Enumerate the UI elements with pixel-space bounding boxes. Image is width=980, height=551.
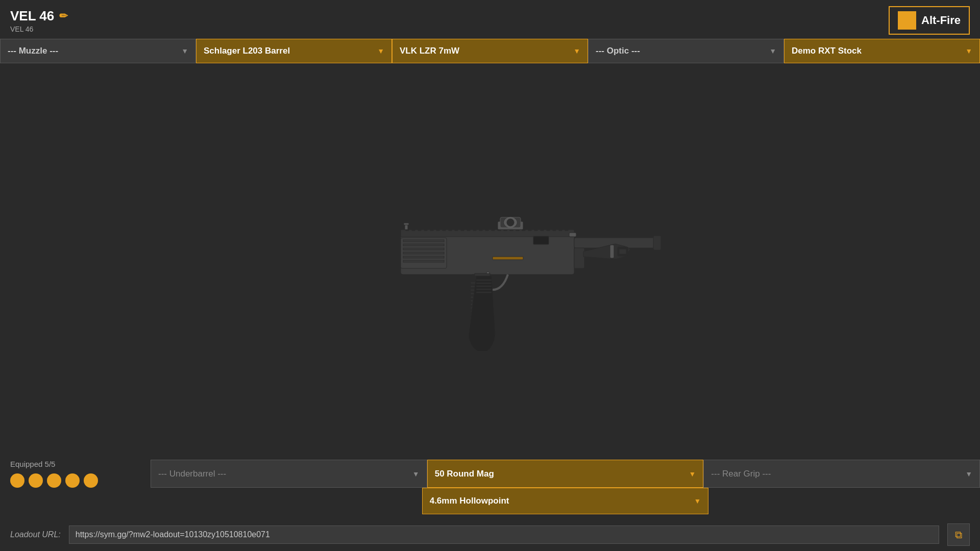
svg-rect-14 [479,228,482,231]
equipped-dots [10,473,98,488]
equipped-dot-2 [29,473,43,488]
equipped-dot-4 [65,473,80,488]
svg-rect-37 [403,260,444,262]
slot-barrel-arrow: ▼ [377,47,384,55]
slot-laser-arrow: ▼ [573,47,580,55]
weapon-subtitle: VEL 46 [10,25,68,33]
svg-rect-23 [534,228,537,231]
slot-laser[interactable]: VLK LZR 7mW ▼ [392,39,588,63]
loadout-url-input[interactable] [69,525,939,544]
slot-muzzle-arrow: ▼ [181,47,188,55]
weapon-title-block: VEL 46 ✏ VEL 46 [10,8,68,33]
gun-display-area [0,63,980,460]
gun-image [299,172,681,351]
equipped-dot-5 [84,473,98,488]
slot-optic-arrow: ▼ [769,47,776,55]
svg-rect-55 [475,273,490,276]
slot-barrel-label: Schlager L203 Barrel [204,46,290,56]
slot-rear-grip-arrow: ▼ [965,470,972,478]
svg-rect-30 [653,236,661,250]
copy-icon: ⧉ [955,529,962,541]
svg-rect-64 [619,249,626,254]
svg-rect-62 [610,245,614,258]
svg-rect-13 [473,228,476,231]
slot-ammo-type-label: 4.6mm Hollowpoint [430,496,509,506]
svg-rect-8 [443,228,446,231]
slot-barrel[interactable]: Schlager L203 Barrel ▼ [196,39,392,63]
weapon-name-text: VEL 46 [10,8,54,24]
alt-fire-button[interactable]: Alt-Fire [889,6,970,35]
svg-rect-26 [553,228,556,231]
svg-rect-34 [403,248,444,250]
svg-rect-12 [467,228,470,231]
svg-rect-11 [461,228,464,231]
equipped-dot-3 [47,473,61,488]
slot-magazine[interactable]: 50 Round Mag ▼ [427,460,704,488]
slot-ammo-type-arrow: ▼ [694,497,701,505]
svg-rect-15 [485,228,488,231]
svg-rect-7 [436,228,439,231]
weapon-name-row: VEL 46 ✏ [10,8,68,24]
svg-point-43 [507,219,514,226]
equipped-section: Equipped 5/5 [0,460,151,488]
svg-rect-35 [403,252,444,254]
slot-underbarrel-arrow: ▼ [412,470,420,478]
slot-rear-grip-label: --- Rear Grip --- [711,469,771,479]
slot-stock-label: Demo RXT Stock [792,46,862,56]
svg-rect-36 [403,256,444,258]
slot-underbarrel[interactable]: --- Underbarrel --- ▼ [151,460,427,488]
slot-underbarrel-label: --- Underbarrel --- [158,469,226,479]
svg-rect-60 [476,292,492,293]
slot-muzzle-label: --- Muzzle --- [8,46,58,56]
slot-rear-grip[interactable]: --- Rear Grip --- ▼ [703,460,980,488]
slot-magazine-arrow: ▼ [689,470,696,478]
svg-rect-24 [541,228,544,231]
slot-ammo-type[interactable]: 4.6mm Hollowpoint ▼ [422,488,709,514]
svg-rect-25 [547,228,550,231]
svg-rect-32 [403,240,444,242]
svg-rect-10 [455,228,458,231]
svg-rect-56 [476,280,492,281]
svg-rect-65 [569,233,576,237]
slot-optic[interactable]: --- Optic --- ▼ [588,39,784,63]
svg-rect-27 [559,228,562,231]
header: VEL 46 ✏ VEL 46 Alt-Fire [0,0,980,39]
svg-rect-61 [574,248,584,268]
svg-rect-58 [476,286,492,287]
svg-rect-66 [533,236,549,244]
svg-rect-16 [492,228,495,231]
slot-stock[interactable]: Demo RXT Stock ▼ [784,39,980,63]
loadout-url-label: Loadout URL: [10,530,61,539]
svg-rect-5 [424,228,427,231]
alt-fire-label: Alt-Fire [921,14,961,27]
svg-rect-6 [430,228,433,231]
attachments-top-row: --- Muzzle --- ▼ Schlager L203 Barrel ▼ … [0,39,980,63]
svg-rect-9 [449,228,452,231]
svg-rect-22 [528,228,531,231]
bottom-attachments-wrapper: Equipped 5/5 --- Underbarrel --- ▼ 50 Ro… [0,460,980,551]
svg-rect-59 [476,289,492,290]
copy-url-button[interactable]: ⧉ [947,523,970,546]
svg-rect-28 [565,228,568,231]
equipped-dot-1 [10,473,24,488]
svg-rect-4 [418,228,421,231]
svg-rect-3 [412,228,415,231]
svg-rect-57 [476,283,492,284]
slot-stock-arrow: ▼ [965,47,972,55]
slot-laser-label: VLK LZR 7mW [400,46,459,56]
alt-fire-square-icon [898,11,916,30]
slot-optic-label: --- Optic --- [596,46,640,56]
main-layout: VEL 46 ✏ VEL 46 Alt-Fire --- Muzzle --- … [0,0,980,551]
edit-icon[interactable]: ✏ [59,10,68,22]
loadout-url-bar: Loadout URL: ⧉ [0,518,980,551]
slot-muzzle[interactable]: --- Muzzle --- ▼ [0,39,196,63]
equipped-label: Equipped 5/5 [10,460,55,468]
svg-rect-39 [404,223,409,225]
slot-magazine-label: 50 Round Mag [435,469,494,479]
svg-rect-33 [403,244,444,246]
svg-rect-67 [493,257,523,260]
